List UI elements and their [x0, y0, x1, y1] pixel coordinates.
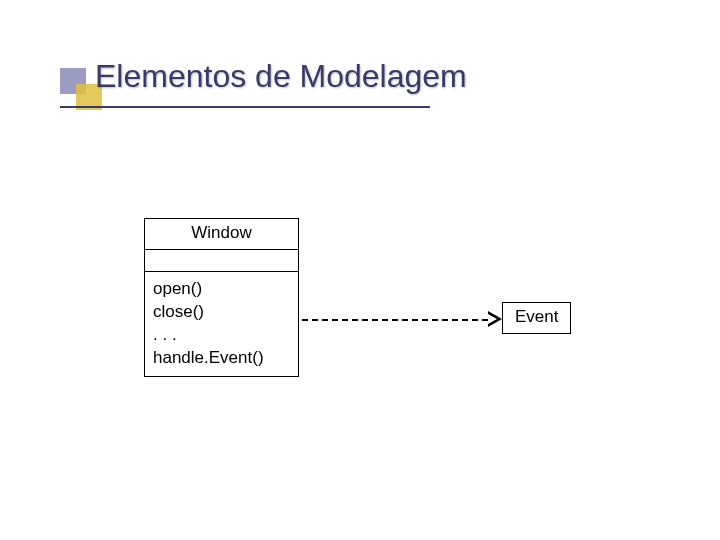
uml-operation: close(): [153, 301, 292, 324]
title-underline: [60, 106, 430, 108]
uml-class-event: Event: [502, 302, 571, 334]
uml-class-name: Window: [145, 219, 298, 249]
arrowhead-icon: [488, 311, 502, 327]
uml-class-name: Event: [515, 307, 558, 326]
uml-operations-compartment: open() close() . . . handle.Event(): [145, 271, 298, 376]
title-area: Elementos de Modelagem: [95, 58, 680, 101]
uml-class-window: Window open() close() . . . handle.Event…: [144, 218, 299, 377]
uml-operation: . . .: [153, 324, 292, 347]
uml-attributes-compartment: [145, 249, 298, 271]
uml-operation: open(): [153, 278, 292, 301]
slide-title: Elementos de Modelagem: [95, 58, 680, 101]
uml-operation: handle.Event(): [153, 347, 292, 370]
dependency-line: [302, 319, 488, 321]
dependency-arrow: [302, 312, 502, 328]
